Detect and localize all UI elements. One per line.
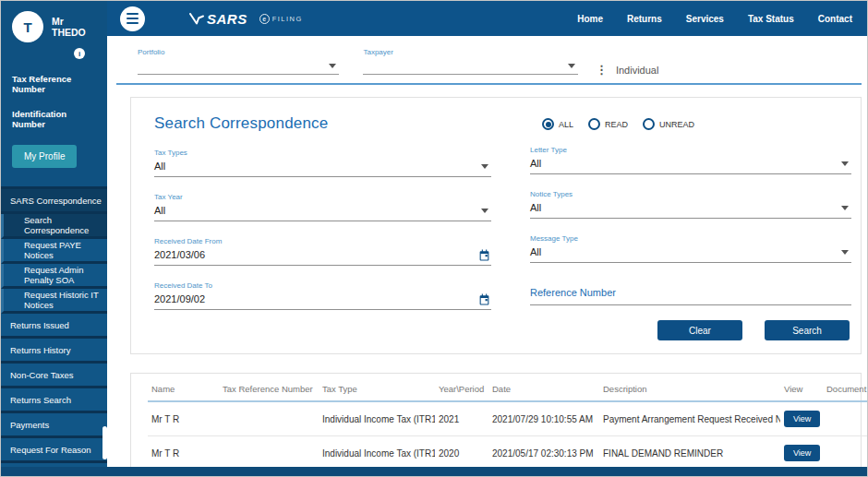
kebab-menu-icon[interactable]: ⋮: [596, 65, 608, 76]
radio-unread[interactable]: UNREAD: [643, 118, 694, 130]
sars-logo: SARS: [189, 11, 247, 27]
select-input[interactable]: All: [530, 154, 851, 174]
taxpayer-label: Taxpayer: [363, 48, 578, 56]
sidebar-item-request-admin-penalty-soa[interactable]: Request Admin Penalty SOA: [1, 264, 107, 289]
view-button[interactable]: View: [784, 411, 820, 427]
column-header-view: View: [780, 376, 823, 401]
cell-tax-type: Individual Income Tax (ITR12): [319, 401, 435, 436]
sidebar-item-non-core-taxes[interactable]: Non-Core Taxes: [1, 364, 107, 388]
field-value: 2021/03/06: [154, 249, 205, 260]
sidebar-scrollbar-thumb[interactable]: [102, 426, 107, 459]
select-input[interactable]: All: [154, 201, 491, 221]
sidebar-item-request-historic-it-notices[interactable]: Request Historic IT Notices: [1, 289, 107, 314]
field-received-date-to[interactable]: Received Date To2021/09/02: [154, 281, 491, 310]
nav-link-returns[interactable]: Returns: [627, 14, 662, 24]
portfolio-select[interactable]: Portfolio: [138, 48, 339, 75]
field-letter-type[interactable]: Letter TypeAll: [530, 146, 851, 174]
field-tax-types[interactable]: Tax TypesAll: [154, 149, 491, 177]
field-received-date-from[interactable]: Received Date From2021/03/06: [154, 237, 491, 266]
sidebar: T Mr THEDO i Tax Reference Number Identi…: [1, 1, 107, 467]
sidebar-item-sars-correspondence[interactable]: SARS Correspondence: [1, 189, 107, 214]
field-label: Received Date From: [154, 237, 491, 245]
clear-button[interactable]: Clear: [657, 320, 742, 340]
chevron-down-icon: [841, 250, 849, 255]
portfolio-select-line[interactable]: [138, 56, 339, 75]
cell-name: Mr T R: [148, 401, 219, 436]
nav-link-contact[interactable]: Contact: [818, 14, 852, 24]
column-header-description: Description: [599, 376, 780, 401]
sidebar-menu: SARS CorrespondenceSearch Correspondence…: [1, 186, 107, 477]
field-label: Tax Types: [154, 149, 491, 157]
efiling-e-icon: e: [259, 14, 270, 24]
read-status-radio-group: ALLREADUNREAD: [542, 118, 851, 130]
cell-description: FINAL DEMAND REMINDER: [599, 436, 780, 468]
sidebar-header: T Mr THEDO i Tax Reference Number Identi…: [1, 1, 107, 168]
cell-document: [823, 436, 867, 468]
reference-number-input[interactable]: Reference Number: [530, 287, 851, 305]
radio-selected-icon[interactable]: [542, 118, 554, 130]
radio-all[interactable]: ALL: [542, 118, 573, 130]
calendar-icon[interactable]: [478, 249, 490, 261]
cell-description: Payment Arrangement Request Received Not…: [599, 401, 780, 436]
cell-view: View: [780, 436, 823, 468]
select-input[interactable]: All: [530, 198, 851, 219]
taxpayer-select-line[interactable]: [363, 56, 578, 75]
table-row: Mr T RIndividual Income Tax (ITR12)20212…: [148, 401, 867, 436]
sidebar-item-payments[interactable]: Payments: [1, 413, 107, 438]
avatar: T: [12, 11, 43, 42]
sidebar-item-returns-search[interactable]: Returns Search: [1, 388, 107, 413]
field-message-type[interactable]: Message TypeAll: [530, 234, 851, 263]
cell-date: 2021/05/17 02:30:13 PM: [488, 436, 599, 468]
field-value: All: [530, 246, 541, 257]
portfolio-taxpayer-bar: Portfolio Taxpayer ⋮ Individual: [107, 36, 867, 85]
radio-read[interactable]: READ: [588, 118, 628, 130]
field-tax-year[interactable]: Tax YearAll: [154, 193, 491, 221]
search-form-left-column: Search Correspondence Tax TypesAllTax Ye…: [154, 114, 491, 340]
sidebar-item-request-for-reason[interactable]: Request For Reason: [1, 438, 107, 463]
radio-unselected-icon[interactable]: [643, 118, 655, 130]
field-value: All: [530, 202, 541, 213]
radio-label: UNREAD: [659, 120, 694, 129]
date-input[interactable]: 2021/03/06: [154, 245, 491, 266]
window-bottom-border: [1, 467, 867, 476]
calendar-icon[interactable]: [478, 293, 490, 305]
cell-date: 2021/07/29 10:10:55 AM: [488, 401, 599, 436]
nav-link-services[interactable]: Services: [686, 14, 724, 24]
field-notice-types[interactable]: Notice TypesAll: [530, 190, 851, 219]
chevron-down-icon: [841, 206, 849, 210]
radio-label: ALL: [559, 120, 573, 129]
chevron-down-icon: [568, 64, 575, 68]
identification-number-label: Identification Number: [12, 109, 100, 129]
radio-unselected-icon[interactable]: [588, 118, 600, 130]
sidebar-item-search-correspondence[interactable]: Search Correspondence: [1, 214, 107, 239]
field-value: All: [154, 205, 165, 216]
my-profile-button[interactable]: My Profile: [12, 145, 77, 168]
sidebar-item-returns-issued[interactable]: Returns Issued: [1, 314, 107, 339]
cell-tax-reference-number: [219, 401, 319, 436]
date-input[interactable]: 2021/09/02: [154, 290, 491, 310]
info-icon[interactable]: i: [74, 48, 85, 59]
view-button[interactable]: View: [784, 445, 820, 461]
nav-link-tax-status[interactable]: Tax Status: [748, 14, 794, 24]
nav-link-home[interactable]: Home: [577, 14, 603, 24]
select-input[interactable]: All: [154, 157, 491, 177]
sidebar-item-request-paye-notices[interactable]: Request PAYE Notices: [1, 239, 107, 264]
field-label: Notice Types: [530, 190, 851, 198]
efiling-logo: e FILING: [259, 14, 303, 24]
sidebar-item-returns-history[interactable]: Returns History: [1, 339, 107, 364]
field-value: All: [154, 161, 165, 172]
field-value: All: [530, 158, 541, 169]
column-header-tax-type: Tax Type: [319, 376, 435, 401]
taxpayer-select[interactable]: Taxpayer: [363, 48, 578, 75]
sars-logo-text: SARS: [207, 11, 247, 27]
user-name: Mr THEDO: [52, 16, 100, 38]
results-table: NameTax Reference NumberTax TypeYear\Per…: [148, 376, 867, 467]
cell-year-period: 2020: [435, 436, 488, 468]
search-button[interactable]: Search: [765, 320, 850, 340]
nav-links: HomeReturnsServicesTax StatusContact: [577, 14, 852, 24]
column-header-tax-reference-number: Tax Reference Number: [219, 376, 319, 401]
portfolio-label: Portfolio: [138, 48, 339, 56]
select-input[interactable]: All: [530, 243, 851, 263]
menu-icon[interactable]: [120, 6, 145, 31]
chevron-down-icon: [841, 161, 849, 166]
